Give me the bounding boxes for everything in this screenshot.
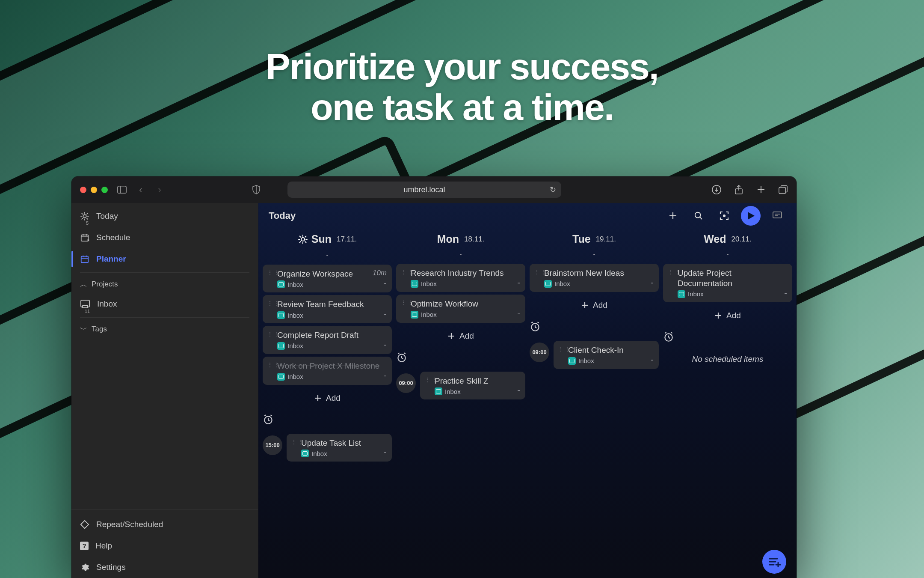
- drag-grip-icon[interactable]: ⋮⋮: [400, 270, 414, 274]
- svg-point-38: [301, 238, 305, 241]
- close-dot[interactable]: [80, 187, 86, 193]
- drag-grip-icon[interactable]: ⋮⋮: [667, 270, 681, 274]
- task-tag[interactable]: Inbox: [544, 280, 570, 288]
- task-tag[interactable]: Inbox: [277, 342, 303, 350]
- day-column: Tue 19.11. - ⋮⋮ Brainstorm New Ideas Inb…: [530, 229, 659, 578]
- add-label: Add: [326, 393, 341, 403]
- sidebar-item-planner[interactable]: Planner: [71, 248, 258, 270]
- sidebar-toggle-icon[interactable]: [117, 185, 127, 194]
- day-header: Wed 20.11.: [663, 229, 792, 246]
- task-card[interactable]: ⋮⋮ Brainstorm New Ideas Inbox -: [530, 264, 659, 292]
- drag-grip-icon[interactable]: ⋮⋮: [267, 363, 281, 367]
- add-task-button[interactable]: Add: [530, 296, 659, 314]
- task-tag[interactable]: Inbox: [435, 387, 461, 395]
- search-button[interactable]: [690, 207, 708, 225]
- sidebar-item-settings[interactable]: Settings: [71, 557, 258, 578]
- sidebar-item-help[interactable]: ? Help: [71, 535, 258, 557]
- task-menu[interactable]: -: [517, 385, 520, 395]
- task-tag[interactable]: Inbox: [277, 373, 303, 381]
- day-date: 17.11.: [337, 235, 357, 244]
- add-task-button[interactable]: Add: [396, 327, 525, 345]
- nav-forward-icon[interactable]: ›: [155, 185, 164, 194]
- sidebar: Today 5 ✷ Schedule Planner ︿ Projects: [71, 203, 258, 578]
- task-card[interactable]: ⋮⋮ Client Check-In Inbox -: [554, 341, 659, 369]
- add-task-button[interactable]: Add: [663, 307, 792, 325]
- sidebar-item-today[interactable]: Today 5: [71, 206, 258, 227]
- task-menu[interactable]: -: [384, 371, 387, 381]
- share-icon[interactable]: [734, 185, 743, 194]
- drag-grip-icon[interactable]: ⋮⋮: [424, 378, 438, 382]
- task-card[interactable]: ⋮⋮ Update Task List Inbox -: [287, 434, 392, 462]
- task-tag-label: Inbox: [688, 290, 704, 298]
- add-task-button[interactable]: Add: [263, 389, 392, 407]
- task-title: Research Industry Trends: [411, 268, 520, 278]
- task-card[interactable]: ⋮⋮ Work on Project X Milestone Inbox -: [263, 357, 392, 385]
- svg-rect-27: [83, 305, 88, 308]
- drag-grip-icon[interactable]: ⋮⋮: [534, 270, 548, 274]
- task-menu[interactable]: -: [384, 447, 387, 457]
- svg-line-52: [264, 415, 266, 416]
- address-bar[interactable]: umbrel.local ↻: [287, 182, 561, 198]
- drag-grip-icon[interactable]: ⋮⋮: [267, 271, 281, 275]
- task-tag[interactable]: Inbox: [411, 311, 437, 319]
- task-menu[interactable]: -: [651, 278, 654, 288]
- task-title: Practice Skill Z: [435, 376, 520, 386]
- zoom-dot[interactable]: [101, 187, 108, 193]
- task-card[interactable]: ⋮⋮ Research Industry Trends Inbox -: [396, 264, 525, 292]
- task-tag[interactable]: Inbox: [277, 311, 303, 319]
- comments-button[interactable]: [768, 207, 786, 225]
- tags-section-toggle[interactable]: ﹀ Tags: [71, 320, 258, 338]
- task-tag[interactable]: Inbox: [301, 450, 327, 457]
- task-card[interactable]: ⋮⋮ Organize Workspace Inbox 10m -: [263, 265, 392, 293]
- task-menu[interactable]: -: [384, 278, 387, 288]
- add-button[interactable]: [664, 207, 682, 225]
- tabs-icon[interactable]: [779, 185, 788, 194]
- svg-rect-22: [81, 256, 89, 263]
- task-card[interactable]: ⋮⋮ Update Project Documentation Inbox -: [663, 264, 792, 302]
- sidebar-item-repeat[interactable]: Repeat/Scheduled: [71, 514, 258, 535]
- drag-grip-icon[interactable]: ⋮⋮: [267, 301, 281, 305]
- drag-grip-icon[interactable]: ⋮⋮: [291, 440, 305, 444]
- new-tab-icon[interactable]: [756, 185, 766, 194]
- task-card[interactable]: ⋮⋮ Complete Report Draft Inbox -: [263, 326, 392, 354]
- task-menu[interactable]: -: [784, 288, 787, 298]
- minimize-dot[interactable]: [91, 187, 97, 193]
- downloads-icon[interactable]: [712, 185, 721, 194]
- fab-add-button[interactable]: [762, 550, 786, 574]
- task-card[interactable]: ⋮⋮ Review Team Feedback Inbox -: [263, 295, 392, 323]
- drag-grip-icon[interactable]: ⋮⋮: [558, 347, 572, 351]
- task-card[interactable]: ⋮⋮ Optimize Workflow Inbox -: [396, 295, 525, 323]
- drag-grip-icon[interactable]: ⋮⋮: [267, 332, 281, 336]
- projects-section-toggle[interactable]: ︿ Projects: [71, 275, 258, 293]
- focus-button[interactable]: [715, 207, 733, 225]
- reload-icon[interactable]: ↻: [550, 185, 556, 194]
- task-menu[interactable]: -: [517, 278, 520, 288]
- day-column: Sun 17.11. - ⋮⋮ Organize Workspace Inbox…: [263, 229, 392, 578]
- svg-line-16: [87, 213, 88, 214]
- day-subtitle: -: [263, 251, 392, 259]
- privacy-shield-icon[interactable]: [252, 185, 261, 194]
- task-tag[interactable]: Inbox: [678, 290, 704, 298]
- task-menu[interactable]: -: [517, 309, 520, 319]
- sidebar-item-schedule[interactable]: ✷ Schedule: [71, 227, 258, 248]
- svg-line-33: [700, 217, 702, 220]
- svg-line-53: [270, 415, 272, 416]
- nav-back-icon[interactable]: ‹: [136, 185, 145, 194]
- play-button[interactable]: [741, 206, 761, 226]
- sidebar-item-inbox[interactable]: Inbox 11: [71, 293, 258, 315]
- task-duration: 10m: [373, 269, 387, 277]
- task-tag[interactable]: Inbox: [568, 357, 594, 365]
- svg-line-15: [82, 218, 83, 219]
- task-menu[interactable]: -: [384, 309, 387, 319]
- day-name: Mon: [437, 233, 459, 245]
- address-text: umbrel.local: [403, 185, 445, 194]
- task-tag[interactable]: Inbox: [277, 280, 303, 288]
- task-menu[interactable]: -: [651, 355, 654, 365]
- task-tag[interactable]: Inbox: [411, 280, 437, 288]
- inbox-icon: [435, 387, 442, 395]
- task-menu[interactable]: -: [384, 340, 387, 350]
- add-label: Add: [459, 331, 474, 341]
- task-card[interactable]: ⋮⋮ Practice Skill Z Inbox -: [420, 372, 525, 400]
- svg-line-59: [398, 353, 399, 354]
- drag-grip-icon[interactable]: ⋮⋮: [400, 301, 414, 305]
